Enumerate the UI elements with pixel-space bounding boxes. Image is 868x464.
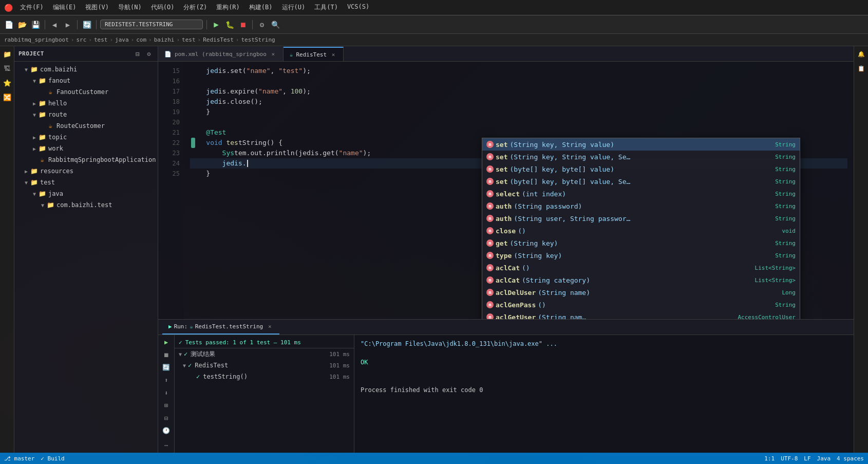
menu-code[interactable]: 代码(O) [147,2,179,13]
ac-item-close[interactable]: m close() void [482,225,800,237]
project-view-icon[interactable]: 📁 [2,48,13,60]
ac-item-get[interactable]: m get(String key) String [482,237,800,249]
ac-item-select[interactable]: m select(int index) String [482,188,800,200]
ac-item-acldeluser[interactable]: m aclDelUser(String name) Long [482,286,800,299]
ac-item-type[interactable]: m type(String key) String [482,249,800,262]
menu-refactor[interactable]: 重构(R) [212,2,244,13]
more-button[interactable]: ⋯ [161,440,172,451]
method-icon: m [486,141,494,148]
git-icon[interactable]: 🔀 [2,91,13,103]
pass-icon: ✓ [188,362,192,369]
back-button[interactable]: ◀ [49,19,60,30]
right-icon-1[interactable]: 🔔 [856,48,867,60]
status-encoding[interactable]: UTF-8 [781,455,798,462]
structure-icon[interactable]: 🏗 [2,63,13,74]
tree-item-topic[interactable]: ▶ 📁 topic [14,132,158,143]
status-language[interactable]: Java [817,455,831,462]
tree-item-test[interactable]: ▼ 📁 test [14,177,158,188]
collapse-all-button[interactable]: ⊟ [133,49,142,59]
menu-view[interactable]: 视图(V) [81,2,113,13]
menu-build[interactable]: 构建(B) [245,2,277,13]
new-file-button[interactable]: 📄 [3,19,14,30]
debug-button[interactable]: 🐛 [224,19,235,30]
ac-item-auth-2[interactable]: m auth(String user, String passwor… Stri… [482,212,800,225]
tree-item-app[interactable]: ☕ RabbitmqSpringbootApplication [14,154,158,165]
save-button[interactable]: 💾 [30,19,41,30]
test-result-class[interactable]: ▼ ✓ RedisTest 101 ms [175,360,354,371]
status-indent[interactable]: 4 spaces [837,455,864,462]
tree-item-resources[interactable]: ▶ 📁 resources [14,165,158,177]
ac-item-aclcat-2[interactable]: m aclCat(String category) List<String> [482,274,800,286]
tree-item-fanout[interactable]: ▼ 📁 fanout [14,75,158,86]
status-git[interactable]: ⎇ master [4,455,34,462]
status-position[interactable]: 1:1 [764,455,775,462]
breadcrumb-java[interactable]: java [115,36,129,43]
ac-item-aclgetuser[interactable]: m aclGetUser(String nam… AccessControlUs… [482,311,800,319]
search-button[interactable]: 🔍 [270,19,281,30]
ac-item-set-3[interactable]: m set(byte[] key, byte[] value) String [482,163,800,175]
menu-edit[interactable]: 编辑(E) [49,2,81,13]
ac-item-set-1[interactable]: m set(String key, String value) String [482,138,800,151]
breadcrumb-testString[interactable]: testString [241,36,275,43]
tree-item-fanout-customer[interactable]: ☕ FanoutCustomer [14,86,158,98]
breadcrumb-test2[interactable]: test [182,36,196,43]
expand-button[interactable]: ⊞ [161,400,172,411]
history-button[interactable]: 🕐 [161,425,172,436]
sort-button[interactable]: ⬆ [161,375,172,386]
refresh-button[interactable]: 🔄 [81,19,92,30]
output-line-3: OK [361,358,847,367]
run-config-selector[interactable]: REDISTEST.TESTSTRING [100,20,203,29]
run-again-button[interactable]: ▶ [161,337,172,348]
breadcrumb-src[interactable]: src [76,36,86,43]
breadcrumb-project[interactable]: rabbitmq_springboot [4,36,69,43]
ac-item-aclgenpass[interactable]: m aclGenPass() String [482,299,800,311]
sort-down-button[interactable]: ⬇ [161,387,172,398]
stop-button[interactable]: ⏹ [237,19,249,30]
breadcrumb-test[interactable]: test [94,36,108,43]
stop-run-button[interactable]: ⏹ [161,350,172,361]
collapse-button[interactable]: ⊟ [161,413,172,423]
menu-tools[interactable]: 工具(T) [310,2,342,13]
menu-analyze[interactable]: 分析(Z) [179,2,211,13]
tree-item-route-customer[interactable]: ☕ RouteCustomer [14,120,158,132]
tab-pom-close[interactable]: × [270,50,277,58]
panel-tab-close[interactable]: × [266,323,273,330]
run-button[interactable]: ▶ [211,19,222,30]
menu-vcs[interactable]: VCS(S) [343,2,373,13]
tree-item-com-baizhi[interactable]: ▼ 📁 com.baizhi [14,64,158,75]
breadcrumb-redisTest[interactable]: RedisTest [203,36,234,43]
settings-icon[interactable]: ⚙ [144,49,154,59]
tree-item-route[interactable]: ▼ 📁 route [14,109,158,120]
autocomplete-popup: m set(String key, String value) String m… [482,138,800,319]
menu-navigate[interactable]: 导航(N) [114,2,146,13]
test-result-root[interactable]: ▼ ✓ 测试结果 101 ms [175,348,354,360]
code-editor[interactable]: 15 16 17 18 19 20 21 22 23 24 25 jedis.s… [158,62,854,319]
open-button[interactable]: 📂 [16,19,28,30]
rerun-button[interactable]: 🔄 [161,362,172,373]
ac-item-auth-1[interactable]: m auth(String password) String [482,200,800,212]
breadcrumb-com[interactable]: com [136,36,146,43]
tree-item-com-baizhi-test[interactable]: ▼ 📁 com.baizhi.test [14,199,158,211]
menu-run[interactable]: 运行(U) [278,2,310,13]
tab-redis-test[interactable]: ☕ RedisTest × [284,47,344,61]
favorites-icon[interactable]: ⭐ [2,77,13,88]
menu-bar[interactable]: 文件(F) 编辑(E) 视图(V) 导航(N) 代码(O) 分析(Z) 重构(R… [16,2,373,13]
panel-tab-run[interactable]: ▶ Run: ☕ RedisTest.testString × [162,320,279,335]
ac-item-set-4[interactable]: m set(byte[] key, byte[] value, Se… Stri… [482,175,800,188]
right-icon-2[interactable]: 📋 [856,63,867,74]
ac-item-aclcat-1[interactable]: m aclCat() List<String> [482,262,800,274]
tab-pom[interactable]: 📄 pom.xml (rabbitmq_springboo × [158,47,284,61]
forward-button[interactable]: ▶ [62,19,73,30]
tree-item-java[interactable]: ▼ 📁 java [14,188,158,199]
test-result-method[interactable]: ▶ ✓ testString() 101 ms [175,371,354,382]
run-gutter-22[interactable] [191,138,195,148]
tab-redis-close[interactable]: × [330,51,337,58]
tree-item-work[interactable]: ▶ 📁 work [14,143,158,154]
sidebar: Project ⊟ ⚙ ▼ 📁 com.baizhi ▼ 📁 fanout [14,46,158,453]
ac-item-set-2[interactable]: m set(String key, String value, Se… Stri… [482,151,800,163]
settings-button[interactable]: ⚙ [256,19,268,30]
status-line-endings[interactable]: LF [804,455,810,462]
tree-item-hello[interactable]: ▶ 📁 hello [14,98,158,109]
menu-file[interactable]: 文件(F) [16,2,48,13]
breadcrumb-baizhi[interactable]: baizhi [154,36,175,43]
